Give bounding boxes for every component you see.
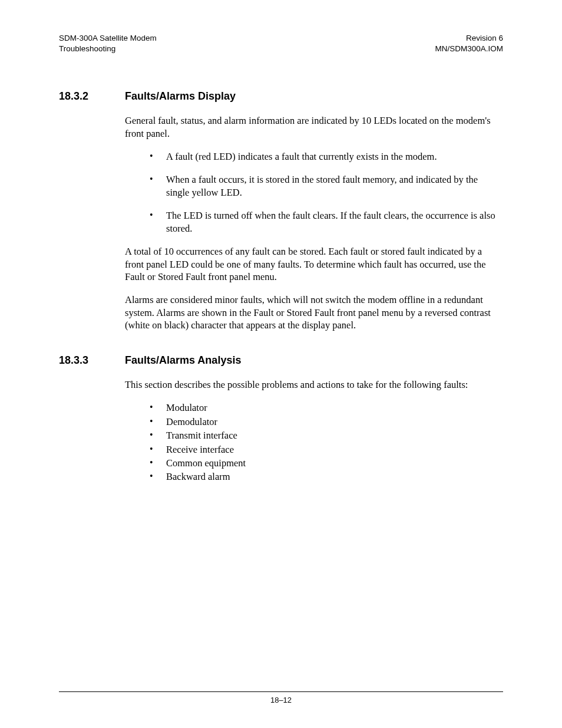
list-item: Modulator	[125, 401, 503, 414]
page-header: SDM-300A Satellite Modem Troubleshooting…	[59, 33, 503, 54]
list-item: The LED is turned off when the fault cle…	[125, 209, 503, 235]
section-title: Faults/Alarms Display	[125, 90, 236, 103]
document-page: SDM-300A Satellite Modem Troubleshooting…	[0, 0, 562, 728]
header-chapter: Troubleshooting	[59, 44, 157, 54]
intro-paragraph: General fault, status, and alarm informa…	[125, 114, 503, 140]
header-product: SDM-300A Satellite Modem	[59, 33, 157, 44]
bullet-list: A fault (red LED) indicates a fault that…	[125, 150, 503, 235]
list-item: Receive interface	[125, 443, 503, 456]
section-number: 18.3.3	[59, 354, 125, 367]
section-body: This section describes the possible prob…	[125, 378, 503, 483]
intro-paragraph: This section describes the possible prob…	[125, 378, 503, 391]
list-item: Backward alarm	[125, 470, 503, 483]
section-heading: 18.3.2 Faults/Alarms Display	[59, 90, 503, 103]
body-paragraph: Alarms are considered minor faults, whic…	[125, 294, 503, 331]
page-footer: 18–12	[59, 691, 503, 704]
section-number: 18.3.2	[59, 90, 125, 103]
list-item: A fault (red LED) indicates a fault that…	[125, 150, 503, 163]
section-heading: 18.3.3 Faults/Alarms Analysis	[59, 354, 503, 367]
list-item: When a fault occurs, it is stored in the…	[125, 173, 503, 199]
body-paragraph: A total of 10 occurrences of any fault c…	[125, 245, 503, 283]
header-docnum: MN/SDM300A.IOM	[435, 44, 503, 54]
section-title: Faults/Alarms Analysis	[125, 354, 241, 367]
page-number: 18–12	[270, 696, 292, 704]
list-item: Common equipment	[125, 457, 503, 469]
header-right: Revision 6 MN/SDM300A.IOM	[435, 33, 503, 54]
bullet-list: Modulator Demodulator Transmit interface…	[125, 401, 503, 483]
list-item: Transmit interface	[125, 429, 503, 442]
header-revision: Revision 6	[435, 33, 503, 44]
list-item: Demodulator	[125, 416, 503, 428]
header-left: SDM-300A Satellite Modem Troubleshooting	[59, 33, 157, 54]
section-body: General fault, status, and alarm informa…	[125, 114, 503, 332]
